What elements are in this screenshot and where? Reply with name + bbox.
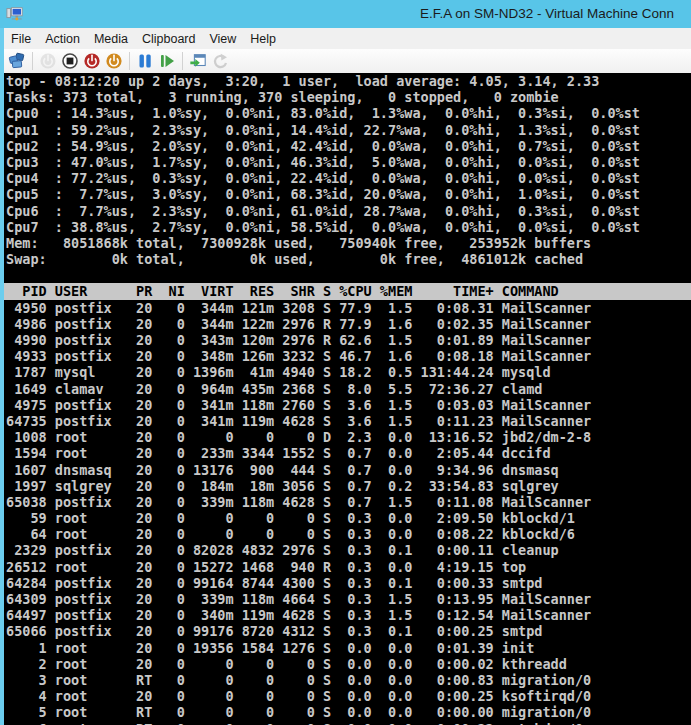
process-row: 4975 postfix 20 0 341m 118m 2760 S 3.6 1… [6, 397, 691, 413]
title-bar[interactable]: E.F.A on SM-ND32 - Virtual Machine Conn [0, 0, 691, 28]
cpu-summary-line: Cpu1 : 59.2%us, 2.3%sy, 0.0%ni, 14.4%id,… [6, 122, 691, 138]
process-row: 64309 postfix 20 0 339m 118m 4664 S 0.3 … [6, 591, 691, 607]
uptime-summary-line: top - 08:12:20 up 2 days, 3:20, 1 user, … [6, 73, 691, 89]
vm-connection-window: E.F.A on SM-ND32 - Virtual Machine Conn … [0, 0, 691, 725]
process-row: 4986 postfix 20 0 344m 122m 2976 R 77.9 … [6, 316, 691, 332]
cpu-summary-line: Cpu4 : 77.2%us, 0.3%sy, 0.0%ni, 22.4%id,… [6, 170, 691, 186]
process-row: 26512 root 20 0 15272 1468 940 R 0.3 0.0… [6, 559, 691, 575]
swap-summary-line: Swap: 0k total, 0k used, 0k free, 486101… [6, 251, 691, 267]
menu-view[interactable]: View [202, 30, 243, 48]
process-row: 1008 root 20 0 0 0 0 D 2.3 0.0 13:16.52 … [6, 429, 691, 445]
window-left-border [0, 28, 4, 725]
revert-button [210, 51, 230, 71]
start-button [38, 51, 58, 71]
process-row: 1594 root 20 0 233m 3344 1552 S 0.7 0.0 … [6, 445, 691, 461]
process-row: 59 root 20 0 0 0 0 S 0.3 0.0 2:09.50 kbl… [6, 510, 691, 526]
cpu-summary-line: Cpu7 : 38.8%us, 2.7%sy, 0.0%ni, 58.5%id,… [6, 219, 691, 235]
cpu-summary-line: Cpu5 : 7.7%us, 3.0%sy, 0.0%ni, 68.3%id, … [6, 186, 691, 202]
process-row: 1787 mysql 20 0 1396m 41m 4940 S 18.2 0.… [6, 364, 691, 380]
process-row: 4933 postfix 20 0 348m 126m 3232 S 46.7 … [6, 348, 691, 364]
window-title: E.F.A on SM-ND32 - Virtual Machine Conn [420, 6, 674, 21]
process-row: 2329 postfix 20 0 82028 4832 2976 S 0.3 … [6, 542, 691, 558]
process-row: 2 root 20 0 0 0 0 S 0.0 0.0 0:00.02 kthr… [6, 656, 691, 672]
menu-file[interactable]: File [4, 30, 38, 48]
process-row: 1997 sqlgrey 20 0 184m 18m 3056 S 0.7 0.… [6, 478, 691, 494]
process-row: 4950 postfix 20 0 344m 121m 3208 S 77.9 … [6, 300, 691, 316]
process-row: 65038 postfix 20 0 339m 118m 4628 S 0.7 … [6, 494, 691, 510]
toolbar-separator [182, 52, 183, 70]
turn-off-button[interactable] [60, 51, 80, 71]
process-row: 1 root 20 0 19356 1584 1276 S 0.0 0.0 0:… [6, 640, 691, 656]
process-row: 64497 postfix 20 0 340m 119m 4628 S 0.3 … [6, 607, 691, 623]
menu-media[interactable]: Media [87, 30, 135, 48]
save-button[interactable] [104, 51, 124, 71]
process-row: 64284 postfix 20 0 99164 8744 4300 S 0.3… [6, 575, 691, 591]
toolbar-separator [129, 52, 130, 70]
process-row: 3 root RT 0 0 0 0 S 0.0 0.0 0:00.83 migr… [6, 672, 691, 688]
cpu-summary-line: Cpu3 : 47.0%us, 1.7%sy, 0.0%ni, 46.3%id,… [6, 154, 691, 170]
cpu-summary-line: Cpu2 : 54.9%us, 2.0%sy, 0.0%ni, 42.4%id,… [6, 138, 691, 154]
blank-line [6, 267, 691, 283]
menu-clipboard[interactable]: Clipboard [135, 30, 203, 48]
process-row: 64735 postfix 20 0 341m 119m 4628 S 3.6 … [6, 413, 691, 429]
vmconnect-app-icon [6, 5, 24, 23]
toolbar [0, 49, 691, 73]
toolbar-separator [32, 52, 33, 70]
tasks-summary-line: Tasks: 373 total, 3 running, 370 sleepin… [6, 89, 691, 105]
cpu-summary-line: Cpu6 : 7.7%us, 2.3%sy, 0.0%ni, 61.0%id, … [6, 203, 691, 219]
reset-button[interactable] [157, 51, 177, 71]
mem-summary-line: Mem: 8051868k total, 7300928k used, 7509… [6, 235, 691, 251]
process-row: 64 root 20 0 0 0 0 S 0.3 0.0 0:08.22 kbl… [6, 526, 691, 542]
process-row: 6 root RT 0 0 0 0 S 0.0 0.0 0:00.22 watc… [6, 721, 691, 725]
process-table-header: PID USER PR NI VIRT RES SHR S %CPU %MEM … [0, 283, 691, 299]
menu-help[interactable]: Help [243, 30, 283, 48]
process-row: 5 root RT 0 0 0 0 S 0.0 0.0 0:00.00 migr… [6, 704, 691, 720]
process-row: 4 root 20 0 0 0 0 S 0.0 0.0 0:00.25 ksof… [6, 688, 691, 704]
menu-bar: File Action Media Clipboard View Help [0, 28, 691, 49]
pause-button[interactable] [135, 51, 155, 71]
process-row: 65066 postfix 20 0 99176 8720 4312 S 0.3… [6, 623, 691, 639]
menu-action[interactable]: Action [38, 30, 87, 48]
ctrl-alt-del-button[interactable] [7, 51, 27, 71]
cpu-summary-line: Cpu0 : 14.3%us, 1.0%sy, 0.0%ni, 83.0%id,… [6, 105, 691, 121]
checkpoint-button[interactable] [188, 51, 208, 71]
process-row: 1649 clamav 20 0 964m 435m 2368 S 8.0 5.… [6, 381, 691, 397]
process-row: 1607 dnsmasq 20 0 13176 900 444 S 0.7 0.… [6, 462, 691, 478]
terminal[interactable]: top - 08:12:20 up 2 days, 3:20, 1 user, … [0, 73, 691, 725]
process-row: 4990 postfix 20 0 343m 120m 2976 R 62.6 … [6, 332, 691, 348]
shut-down-button[interactable] [82, 51, 102, 71]
